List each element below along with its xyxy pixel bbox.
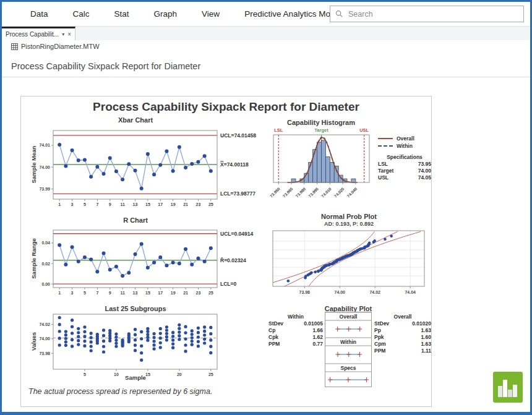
svg-text:73.98: 73.98 xyxy=(39,351,50,356)
specifications-header: Specifications xyxy=(378,154,431,161)
overall-pp-row: Pp1.63 xyxy=(374,327,431,334)
svg-text:74.025: 74.025 xyxy=(333,186,345,198)
report-canvas: Process Capability Sixpack Report for Di… xyxy=(20,96,432,407)
svg-text:73.995: 73.995 xyxy=(307,186,319,198)
svg-text:Target: Target xyxy=(314,127,328,133)
app-window: Data Calc Stat Graph View Predictive Ana… xyxy=(0,0,532,415)
svg-text:9: 9 xyxy=(109,202,111,207)
within-stats-header: Within xyxy=(268,314,323,320)
svg-text:X̿=74.00118: X̿=74.00118 xyxy=(220,161,249,168)
svg-text:21: 21 xyxy=(183,202,188,207)
svg-text:73.980: 73.980 xyxy=(294,186,306,198)
capability-histogram: LSLTargetUSL73.95073.96573.98073.99574.0… xyxy=(268,126,380,214)
tab-process-capability[interactable]: Process Capabilit... ▾ × xyxy=(2,27,75,40)
svg-text:0.00: 0.00 xyxy=(41,282,50,286)
overall-ppk-row: Ppk1.60 xyxy=(374,334,431,341)
within-cp-row: Cp1.66 xyxy=(268,327,323,334)
within-cpk-row: Cpk1.62 xyxy=(268,334,323,341)
svg-text:LSL: LSL xyxy=(274,127,283,133)
report-footnote: The actual process spread is represented… xyxy=(28,387,212,396)
svg-text:9: 9 xyxy=(109,291,111,295)
svg-text:23: 23 xyxy=(196,291,201,295)
spec-row-target: Target74.00 xyxy=(378,168,431,174)
menu-item-stat[interactable]: Stat xyxy=(114,9,129,19)
svg-text:74.00: 74.00 xyxy=(334,290,345,294)
svg-text:R̄=0.02324: R̄=0.02324 xyxy=(220,257,246,263)
svg-text:15: 15 xyxy=(145,202,150,207)
search-input[interactable] xyxy=(347,9,518,19)
worksheet-grid-icon xyxy=(11,43,18,50)
overall-stats: Overall StDev0.01020 Pp1.63 Ppk1.60 Cpm1… xyxy=(374,314,431,354)
spec-row-lsl: LSL73.95 xyxy=(378,161,431,168)
menu-item-data[interactable]: Data xyxy=(30,9,48,19)
svg-text:74.00: 74.00 xyxy=(39,165,50,169)
svg-text:74.04: 74.04 xyxy=(405,290,416,294)
tab-label: Process Capabilit... xyxy=(6,31,59,38)
overall-line-sample xyxy=(378,138,393,139)
menu-item-calc[interactable]: Calc xyxy=(73,9,90,19)
within-ppm-row: PPM0.77 xyxy=(268,341,323,348)
svg-text:74.040: 74.040 xyxy=(346,186,358,198)
search-box[interactable] xyxy=(330,6,524,22)
minitab-logo-button[interactable] xyxy=(493,372,523,403)
svg-text:15: 15 xyxy=(145,291,150,295)
overall-stats-header: Overall xyxy=(374,314,431,320)
svg-text:73.950: 73.950 xyxy=(269,186,281,198)
page-title: Process Capability Sixpack Report for Di… xyxy=(11,61,200,71)
histogram-legend: Overall Within Specifications LSL73.95 T… xyxy=(378,135,431,181)
last25-xlabel: Sample xyxy=(43,374,228,381)
svg-text:Overall: Overall xyxy=(340,314,358,320)
svg-text:3: 3 xyxy=(71,291,74,295)
svg-text:19: 19 xyxy=(171,291,176,295)
svg-text:11: 11 xyxy=(120,291,125,295)
overall-cpm-row: Cpm1.63 xyxy=(374,341,431,348)
svg-text:1: 1 xyxy=(58,291,61,295)
svg-text:25: 25 xyxy=(208,202,213,207)
svg-text:1: 1 xyxy=(58,202,61,207)
svg-text:11: 11 xyxy=(120,202,125,207)
svg-text:21: 21 xyxy=(183,291,188,295)
capability-plot-intervals: OverallWithinSpecs xyxy=(325,312,372,387)
worksheet-name: PistonRingDiameter.MTW xyxy=(21,43,100,50)
tab-bar: Process Capabilit... ▾ × xyxy=(2,27,530,40)
svg-text:7: 7 xyxy=(96,202,98,207)
overall-ppm-row: PPM1.11 xyxy=(374,348,431,354)
xbar-chart-title: Xbar Chart xyxy=(43,116,228,124)
tab-close-icon[interactable]: × xyxy=(67,31,71,38)
legend-overall-label: Overall xyxy=(397,135,414,142)
menu-item-graph[interactable]: Graph xyxy=(154,9,178,19)
svg-text:0.04: 0.04 xyxy=(41,241,50,245)
r-chart: 0.000.020.04135791113151719212325UCL=0.0… xyxy=(24,226,267,304)
legend-within: Within xyxy=(378,142,431,150)
worksheet-row[interactable]: PistonRingDiameter.MTW xyxy=(11,43,100,50)
report-title: Process Capability Sixpack Report for Di… xyxy=(21,100,431,114)
svg-text:74.02: 74.02 xyxy=(369,290,380,294)
svg-text:73.99: 73.99 xyxy=(39,187,50,191)
within-stats: Within StDev0.01005 Cp1.66 Cpk1.62 PPM0.… xyxy=(268,314,323,348)
within-stdev-row: StDev0.01005 xyxy=(268,320,323,327)
overall-stdev-row: StDev0.01020 xyxy=(374,320,431,327)
svg-text:23: 23 xyxy=(196,202,201,207)
svg-text:17: 17 xyxy=(158,202,163,207)
svg-text:13: 13 xyxy=(133,291,138,295)
within-line-sample xyxy=(378,145,393,147)
svg-text:74.010: 74.010 xyxy=(320,186,332,198)
svg-text:UCL=74.01458: UCL=74.01458 xyxy=(220,132,256,139)
svg-text:Specs: Specs xyxy=(340,365,356,371)
tab-dropdown-icon[interactable]: ▾ xyxy=(62,32,64,37)
svg-text:USL: USL xyxy=(359,127,369,133)
legend-overall: Overall xyxy=(378,135,431,142)
svg-text:LCL=73.98777: LCL=73.98777 xyxy=(220,190,255,197)
svg-text:74.00: 74.00 xyxy=(39,336,50,341)
svg-text:73.965: 73.965 xyxy=(282,186,294,198)
menu-item-view[interactable]: View xyxy=(202,9,220,19)
svg-text:Within: Within xyxy=(340,339,356,345)
svg-text:LCL=0: LCL=0 xyxy=(220,281,236,287)
svg-text:0.02: 0.02 xyxy=(41,262,50,266)
svg-text:74.02: 74.02 xyxy=(39,322,50,327)
prob-plot-subtitle: AD: 0.193, P: 0.892 xyxy=(272,221,426,227)
search-icon xyxy=(335,10,343,18)
svg-text:UCL=0.04914: UCL=0.04914 xyxy=(220,231,253,237)
normal-prob-plot: 73.9874.0074.0274.04 xyxy=(268,228,431,301)
prob-plot-title: Normal Prob Plot xyxy=(272,213,426,220)
